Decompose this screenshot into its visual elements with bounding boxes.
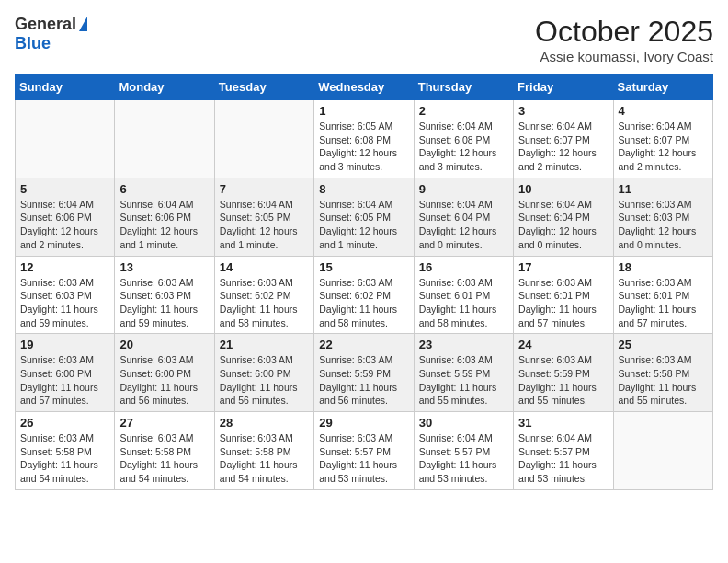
day-number: 10 xyxy=(518,182,608,196)
calendar-day-cell: 26Sunrise: 6:03 AM Sunset: 5:58 PM Dayli… xyxy=(16,412,115,490)
weekday-header-friday: Friday xyxy=(514,75,613,100)
calendar-day-cell: 31Sunrise: 6:04 AM Sunset: 5:57 PM Dayli… xyxy=(514,412,613,490)
calendar-day-cell: 22Sunrise: 6:03 AM Sunset: 5:59 PM Dayli… xyxy=(314,334,414,412)
calendar-day-cell: 29Sunrise: 6:03 AM Sunset: 5:57 PM Dayli… xyxy=(314,412,414,490)
weekday-header-monday: Monday xyxy=(115,75,214,100)
day-info: Sunrise: 6:03 AM Sunset: 5:58 PM Dayligh… xyxy=(20,431,109,486)
day-number: 3 xyxy=(518,104,608,118)
day-info: Sunrise: 6:04 AM Sunset: 6:04 PM Dayligh… xyxy=(419,198,508,252)
day-number: 5 xyxy=(20,182,109,196)
weekday-header-tuesday: Tuesday xyxy=(214,75,313,100)
day-info: Sunrise: 6:03 AM Sunset: 6:00 PM Dayligh… xyxy=(119,353,209,408)
day-number: 21 xyxy=(220,338,309,351)
calendar-day-cell: 5Sunrise: 6:04 AM Sunset: 6:06 PM Daylig… xyxy=(16,178,115,256)
calendar-day-cell: 24Sunrise: 6:03 AM Sunset: 5:59 PM Dayli… xyxy=(514,334,613,412)
day-number: 19 xyxy=(20,338,109,351)
calendar-day-cell: 15Sunrise: 6:03 AM Sunset: 6:02 PM Dayli… xyxy=(314,256,414,334)
calendar-day-cell xyxy=(115,100,214,178)
day-number: 1 xyxy=(319,104,408,118)
day-info: Sunrise: 6:03 AM Sunset: 6:01 PM Dayligh… xyxy=(419,276,508,330)
logo-triangle-icon xyxy=(79,17,87,31)
day-info: Sunrise: 6:03 AM Sunset: 6:03 PM Dayligh… xyxy=(619,198,708,252)
calendar-day-cell: 30Sunrise: 6:04 AM Sunset: 5:57 PM Dayli… xyxy=(414,412,513,490)
day-number: 11 xyxy=(619,182,708,196)
calendar-day-cell: 20Sunrise: 6:03 AM Sunset: 6:00 PM Dayli… xyxy=(115,334,214,412)
day-info: Sunrise: 6:04 AM Sunset: 6:05 PM Dayligh… xyxy=(319,198,408,252)
day-number: 6 xyxy=(119,182,209,196)
weekday-header-sunday: Sunday xyxy=(16,75,115,100)
calendar-day-cell: 9Sunrise: 6:04 AM Sunset: 6:04 PM Daylig… xyxy=(414,178,513,256)
calendar-day-cell: 4Sunrise: 6:04 AM Sunset: 6:07 PM Daylig… xyxy=(613,100,712,178)
day-number: 27 xyxy=(119,416,209,430)
logo-general-text: General xyxy=(15,15,76,34)
day-number: 23 xyxy=(419,338,508,351)
day-number: 30 xyxy=(419,416,508,430)
day-info: Sunrise: 6:03 AM Sunset: 6:01 PM Dayligh… xyxy=(619,276,708,330)
day-info: Sunrise: 6:04 AM Sunset: 5:57 PM Dayligh… xyxy=(518,431,608,486)
calendar-day-cell: 12Sunrise: 6:03 AM Sunset: 6:03 PM Dayli… xyxy=(16,256,115,334)
calendar-day-cell: 6Sunrise: 6:04 AM Sunset: 6:06 PM Daylig… xyxy=(115,178,214,256)
calendar-week-1: 1Sunrise: 6:05 AM Sunset: 6:08 PM Daylig… xyxy=(16,100,713,178)
day-info: Sunrise: 6:03 AM Sunset: 5:57 PM Dayligh… xyxy=(319,431,408,486)
calendar-day-cell: 2Sunrise: 6:04 AM Sunset: 6:08 PM Daylig… xyxy=(414,100,513,178)
calendar-week-4: 19Sunrise: 6:03 AM Sunset: 6:00 PM Dayli… xyxy=(16,334,713,412)
day-info: Sunrise: 6:04 AM Sunset: 6:08 PM Dayligh… xyxy=(419,120,508,174)
calendar-day-cell: 11Sunrise: 6:03 AM Sunset: 6:03 PM Dayli… xyxy=(613,178,712,256)
day-info: Sunrise: 6:04 AM Sunset: 6:06 PM Dayligh… xyxy=(20,198,109,252)
day-number: 20 xyxy=(119,338,209,351)
calendar-day-cell: 7Sunrise: 6:04 AM Sunset: 6:05 PM Daylig… xyxy=(214,178,313,256)
day-info: Sunrise: 6:05 AM Sunset: 6:08 PM Dayligh… xyxy=(319,120,408,174)
day-info: Sunrise: 6:03 AM Sunset: 5:59 PM Dayligh… xyxy=(319,353,408,408)
logo-blue-text: Blue xyxy=(15,34,51,53)
calendar-day-cell: 28Sunrise: 6:03 AM Sunset: 5:58 PM Dayli… xyxy=(214,412,313,490)
day-info: Sunrise: 6:03 AM Sunset: 6:00 PM Dayligh… xyxy=(20,353,109,408)
day-info: Sunrise: 6:03 AM Sunset: 6:03 PM Dayligh… xyxy=(119,276,209,330)
day-number: 28 xyxy=(220,416,309,430)
day-info: Sunrise: 6:03 AM Sunset: 5:58 PM Dayligh… xyxy=(220,431,309,486)
page-header: General Blue October 2025 Assie koumassi… xyxy=(15,15,713,64)
day-number: 26 xyxy=(20,416,109,430)
day-number: 7 xyxy=(220,182,309,196)
day-number: 15 xyxy=(319,260,408,274)
location-title: Assie koumassi, Ivory Coast xyxy=(535,49,713,64)
calendar-day-cell: 8Sunrise: 6:04 AM Sunset: 6:05 PM Daylig… xyxy=(314,178,414,256)
day-info: Sunrise: 6:03 AM Sunset: 5:58 PM Dayligh… xyxy=(119,431,209,486)
weekday-header-thursday: Thursday xyxy=(414,75,513,100)
day-number: 18 xyxy=(619,260,708,274)
day-info: Sunrise: 6:03 AM Sunset: 6:03 PM Dayligh… xyxy=(20,276,109,330)
day-info: Sunrise: 6:03 AM Sunset: 6:02 PM Dayligh… xyxy=(220,276,309,330)
weekday-header-row: SundayMondayTuesdayWednesdayThursdayFrid… xyxy=(16,75,713,100)
day-info: Sunrise: 6:04 AM Sunset: 6:07 PM Dayligh… xyxy=(619,120,708,174)
day-number: 17 xyxy=(518,260,608,274)
day-number: 16 xyxy=(419,260,508,274)
calendar-day-cell: 21Sunrise: 6:03 AM Sunset: 6:00 PM Dayli… xyxy=(214,334,313,412)
day-number: 14 xyxy=(220,260,309,274)
day-number: 24 xyxy=(518,338,608,351)
calendar-week-2: 5Sunrise: 6:04 AM Sunset: 6:06 PM Daylig… xyxy=(16,178,713,256)
calendar-day-cell: 16Sunrise: 6:03 AM Sunset: 6:01 PM Dayli… xyxy=(414,256,513,334)
day-info: Sunrise: 6:03 AM Sunset: 6:01 PM Dayligh… xyxy=(518,276,608,330)
calendar-week-5: 26Sunrise: 6:03 AM Sunset: 5:58 PM Dayli… xyxy=(16,412,713,490)
day-number: 12 xyxy=(20,260,109,274)
calendar-day-cell: 3Sunrise: 6:04 AM Sunset: 6:07 PM Daylig… xyxy=(514,100,613,178)
calendar-day-cell: 10Sunrise: 6:04 AM Sunset: 6:04 PM Dayli… xyxy=(514,178,613,256)
calendar-day-cell: 23Sunrise: 6:03 AM Sunset: 5:59 PM Dayli… xyxy=(414,334,513,412)
weekday-header-saturday: Saturday xyxy=(613,75,712,100)
day-number: 25 xyxy=(619,338,708,351)
calendar-table: SundayMondayTuesdayWednesdayThursdayFrid… xyxy=(15,74,713,490)
day-number: 9 xyxy=(419,182,508,196)
calendar-day-cell xyxy=(16,100,115,178)
calendar-day-cell: 25Sunrise: 6:03 AM Sunset: 5:58 PM Dayli… xyxy=(613,334,712,412)
month-title: October 2025 xyxy=(535,15,713,49)
calendar-day-cell xyxy=(613,412,712,490)
weekday-header-wednesday: Wednesday xyxy=(314,75,414,100)
calendar-day-cell: 13Sunrise: 6:03 AM Sunset: 6:03 PM Dayli… xyxy=(115,256,214,334)
calendar-day-cell: 27Sunrise: 6:03 AM Sunset: 5:58 PM Dayli… xyxy=(115,412,214,490)
title-area: October 2025 Assie koumassi, Ivory Coast xyxy=(535,15,713,64)
day-number: 8 xyxy=(319,182,408,196)
day-number: 13 xyxy=(119,260,209,274)
logo: General Blue xyxy=(15,15,87,53)
day-number: 31 xyxy=(518,416,608,430)
day-number: 29 xyxy=(319,416,408,430)
day-info: Sunrise: 6:03 AM Sunset: 5:58 PM Dayligh… xyxy=(619,353,708,408)
